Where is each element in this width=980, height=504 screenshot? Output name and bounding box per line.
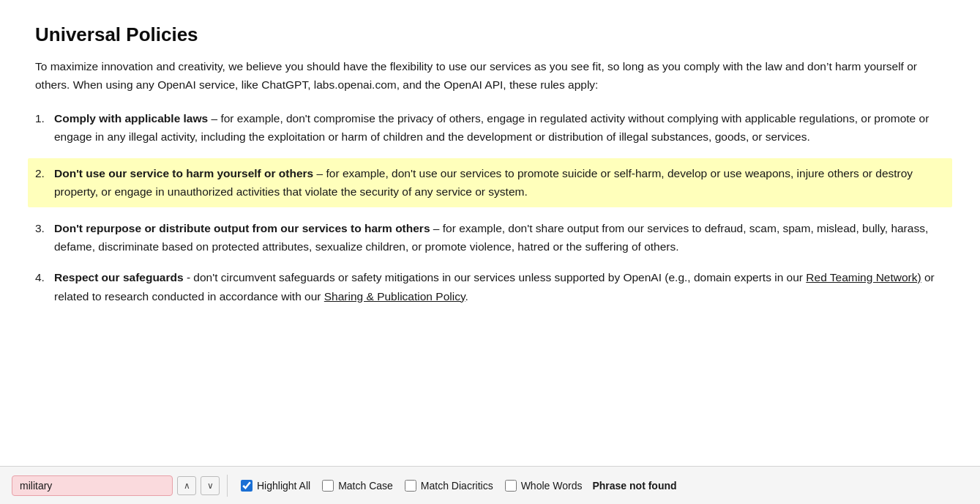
list-item-highlighted: 2. Don't use our service to harm yoursel… [28,158,952,207]
list-number: 3. [35,219,54,256]
match-case-checkbox[interactable] [322,480,334,492]
whole-words-option[interactable]: Whole Words [505,480,583,492]
whole-words-label: Whole Words [521,480,583,492]
list-number: 2. [35,164,54,201]
list-number: 1. [35,109,54,147]
highlight-all-checkbox[interactable] [241,480,253,492]
search-prev-button[interactable]: ∧ [177,476,196,495]
page-title: Universal Policies [35,23,945,46]
whole-words-checkbox[interactable] [505,480,517,492]
match-diacritics-option[interactable]: Match Diacritics [405,480,493,492]
publication-policy-link[interactable]: Sharing & Publication Policy [324,290,465,303]
match-case-label: Match Case [338,480,393,492]
list-text: Don't repurpose or distribute output fro… [54,219,945,256]
match-diacritics-label: Match Diacritics [421,480,493,492]
policy-list: 1. Comply with applicable laws – for exa… [35,109,945,306]
match-diacritics-checkbox[interactable] [405,480,416,492]
search-input[interactable] [12,475,173,496]
list-text: Don't use our service to harm yourself o… [54,164,945,201]
list-number: 4. [35,268,54,305]
bold-text: Don't use our service to harm yourself o… [54,167,313,179]
highlight-all-option[interactable]: Highlight All [241,480,310,492]
chevron-up-icon: ∧ [184,481,190,491]
search-options: Highlight All Match Case Match Diacritic… [241,480,582,492]
list-item: 3. Don't repurpose or distribute output … [35,219,945,256]
search-next-button[interactable]: ∨ [201,476,220,495]
intro-paragraph: To maximize innovation and creativity, w… [35,58,945,94]
main-content: Universal Policies To maximize innovatio… [0,0,980,466]
list-text: Comply with applicable laws – for exampl… [54,109,945,147]
match-case-option[interactable]: Match Case [322,480,393,492]
search-bar: ∧ ∨ Highlight All Match Case Match Diacr… [0,466,980,504]
list-item: 4. Respect our safeguards - don't circum… [35,268,945,305]
search-status: Phrase not found [592,480,676,492]
divider [227,475,228,497]
bold-text: Respect our safeguards [54,271,184,284]
list-text: Respect our safeguards - don't circumven… [54,268,945,305]
bold-text: Comply with applicable laws [54,112,208,125]
highlight-all-label: Highlight All [257,480,310,492]
chevron-down-icon: ∨ [207,481,214,491]
list-item: 1. Comply with applicable laws – for exa… [35,109,945,147]
red-teaming-link[interactable]: Red Teaming Network) [806,271,921,284]
bold-text: Don't repurpose or distribute output fro… [54,222,430,234]
